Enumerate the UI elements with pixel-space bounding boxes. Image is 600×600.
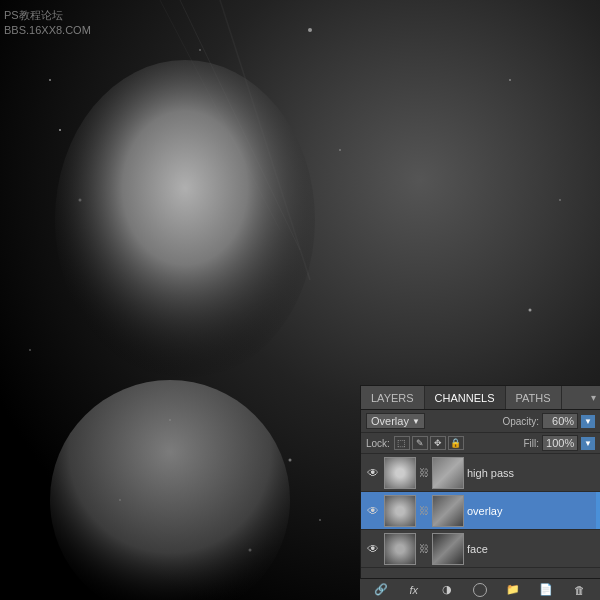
ps-panel: LAYERS CHANNELS PATHS ▾ Overlay ▼ Opacit… [360,385,600,600]
chain-icon-high-pass: ⛓ [419,467,429,478]
layer-thumb-face [384,533,416,565]
svg-point-14 [529,309,532,312]
layers-list: 👁 ⛓ high pass 👁 ⛓ overlay 👁 ⛓ [361,454,600,568]
link-layers-icon[interactable]: 🔗 [372,581,390,599]
opacity-value-field[interactable]: 60% [542,413,578,429]
lock-icons-group: ⬚ ✎ ✥ 🔒 [394,436,464,450]
svg-point-3 [119,499,121,501]
opacity-stepper[interactable]: ▼ [581,415,595,428]
lock-transparent-icon[interactable]: ⬚ [394,436,410,450]
adjustment-layer-icon[interactable]: ◑ [438,581,456,599]
chain-icon-face: ⛓ [419,543,429,554]
blend-mode-dropdown[interactable]: Overlay ▼ [366,413,425,429]
layer-thumb-overlay [384,495,416,527]
eye-icon-high-pass[interactable]: 👁 [365,465,381,481]
layer-name-overlay: overlay [467,505,596,517]
layer-name-face: face [467,543,596,555]
delete-layer-icon[interactable]: 🗑 [570,581,588,599]
svg-point-5 [308,28,312,32]
layer-name-high-pass: high pass [467,467,596,479]
new-layer-icon[interactable]: 📄 [537,581,555,599]
fill-stepper[interactable]: ▼ [581,437,595,450]
lock-all-icon[interactable]: 🔒 [448,436,464,450]
lock-pixels-icon[interactable]: ✎ [412,436,428,450]
lock-position-icon[interactable]: ✥ [430,436,446,450]
svg-point-2 [29,349,31,351]
svg-point-10 [249,549,252,552]
svg-point-6 [339,149,341,151]
bottom-toolbar: 🔗 fx ◑ 📁 📄 🗑 [360,578,600,600]
layer-thumb-high-pass [384,457,416,489]
opacity-section: Opacity: 60% ▼ [502,413,595,429]
svg-point-8 [59,129,61,131]
fill-value-field[interactable]: 100% [542,435,578,451]
new-group-icon[interactable]: 📁 [504,581,522,599]
layer-mask-high-pass [432,457,464,489]
layer-row-overlay[interactable]: 👁 ⛓ overlay [361,492,600,530]
svg-line-16 [180,0,300,250]
layer-mask-face [432,533,464,565]
blend-mode-row: Overlay ▼ Opacity: 60% ▼ [361,410,600,433]
svg-point-9 [169,419,171,421]
mask-icon[interactable] [471,581,489,599]
tab-bar: LAYERS CHANNELS PATHS ▾ [361,386,600,410]
tab-layers[interactable]: LAYERS [361,386,425,409]
fx-icon[interactable]: fx [405,581,423,599]
svg-line-17 [220,0,310,280]
svg-point-20 [50,380,290,600]
tab-channels[interactable]: CHANNELS [425,386,506,409]
fill-section: Fill: 100% ▼ [524,435,595,451]
selected-indicator [596,492,600,529]
lock-row: Lock: ⬚ ✎ ✥ 🔒 Fill: 100% ▼ [361,433,600,454]
svg-line-18 [160,0,280,230]
svg-point-12 [509,79,511,81]
svg-point-19 [55,60,315,380]
svg-point-13 [559,199,561,201]
eye-icon-face[interactable]: 👁 [365,541,381,557]
svg-point-4 [199,49,201,51]
blend-mode-arrow-icon: ▼ [412,417,420,426]
layer-row-face[interactable]: 👁 ⛓ face [361,530,600,568]
svg-point-1 [79,199,82,202]
eye-icon-overlay[interactable]: 👁 [365,503,381,519]
layer-row-high-pass[interactable]: 👁 ⛓ high pass [361,454,600,492]
panel-collapse-button[interactable]: ▾ [591,392,596,403]
svg-point-7 [289,459,292,462]
svg-point-11 [319,519,321,521]
tab-paths[interactable]: PATHS [506,386,562,409]
layer-mask-overlay [432,495,464,527]
svg-point-0 [49,79,51,81]
chain-icon-overlay: ⛓ [419,505,429,516]
